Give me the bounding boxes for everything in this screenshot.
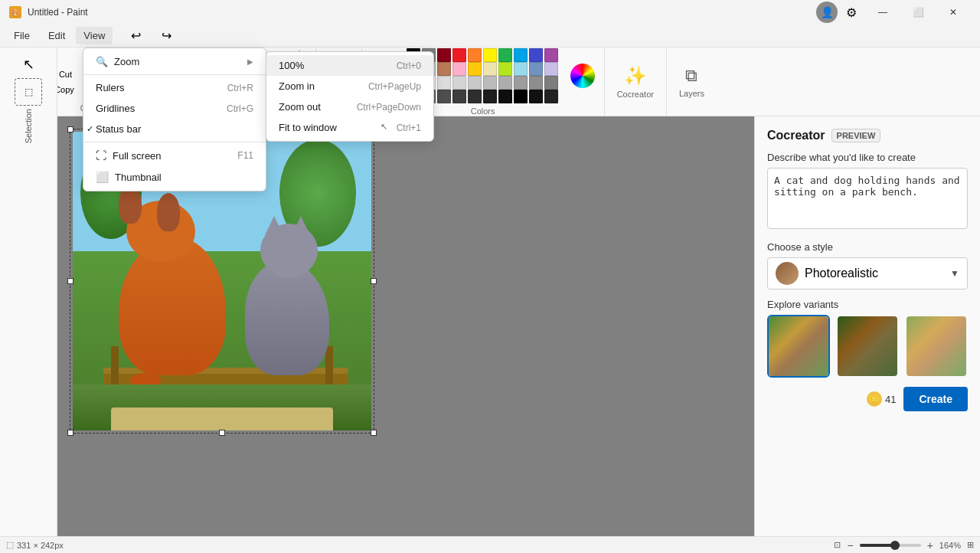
color-black2[interactable] [514, 90, 528, 103]
color-dg4[interactable] [452, 90, 466, 103]
arrow-select-tool[interactable]: ↖ [15, 51, 42, 78]
color-indigo[interactable] [529, 48, 543, 62]
variant-1[interactable] [767, 315, 830, 378]
handle-br[interactable] [371, 430, 377, 436]
layers-label: Layers [679, 89, 704, 98]
cocreator-panel: Cocreator PREVIEW Describe what you'd li… [754, 116, 980, 536]
menu-view[interactable]: View [76, 27, 113, 44]
variant-2[interactable] [836, 315, 899, 378]
rect-select-tool[interactable]: ⬚ [15, 78, 42, 106]
left-tools-panel: ↖ ⬚ Selection [0, 47, 57, 536]
preview-badge: PREVIEW [831, 129, 881, 142]
fit-screen-icon[interactable]: ⊡ [834, 540, 841, 550]
style-selector[interactable]: Photorealistic ▼ [767, 257, 968, 290]
zoom-100-item[interactable]: 100% Ctrl+0 [266, 55, 433, 76]
undo-button[interactable]: ↩ [122, 22, 149, 50]
color-wheel-icon [570, 64, 595, 88]
color-cream[interactable] [483, 62, 497, 76]
zoom-menu-icon: 🔍 [96, 56, 108, 67]
color-brown[interactable] [437, 62, 451, 76]
color-lime[interactable] [498, 62, 512, 76]
color-b2[interactable] [544, 90, 558, 103]
cocreator-toolbar-section[interactable]: ✨ Cocreator [605, 47, 667, 116]
gridlines-label: Gridlines [96, 103, 135, 114]
color-dg6[interactable] [483, 90, 497, 103]
zoom-100-shortcut: Ctrl+0 [397, 61, 421, 71]
color-g9[interactable] [544, 76, 558, 90]
full-screen-item[interactable]: ⛶ Full screen F11 [83, 145, 266, 166]
variants-grid [767, 315, 968, 378]
explore-variants-label: Explore variants [767, 299, 968, 310]
handle-bl[interactable] [67, 430, 74, 436]
statusbar-right: ⊡ − + 164% ⊞ [834, 539, 974, 551]
color-g4[interactable] [468, 76, 482, 90]
close-button[interactable]: ✕ [936, 0, 971, 25]
color-g5[interactable] [483, 76, 497, 90]
color-g8[interactable] [529, 76, 543, 90]
color-dg7[interactable] [498, 90, 512, 103]
color-g6[interactable] [498, 76, 512, 90]
color-steelblue[interactable] [529, 62, 543, 76]
menu-file[interactable]: File [6, 27, 38, 44]
color-b1[interactable] [529, 90, 543, 103]
color-green[interactable] [498, 48, 512, 62]
zoom-submenu-arrow: ▶ [247, 57, 253, 66]
zoom-out-label: Zoom out [279, 101, 321, 113]
color-blue[interactable] [514, 48, 528, 62]
menu-edit[interactable]: Edit [41, 27, 73, 44]
thumbnail-icon: ⬜ [96, 171, 109, 183]
color-purple[interactable] [544, 48, 558, 62]
colors-label: Colors [471, 106, 495, 116]
color-dg5[interactable] [468, 90, 482, 103]
view-zoom-item[interactable]: 🔍 Zoom ▶ 100% Ctrl+0 Zoom in Ctrl+PageUp… [83, 51, 266, 72]
handle-mr[interactable] [371, 278, 377, 284]
style-icon [776, 262, 799, 285]
fullscreen-icon: ⛶ [96, 149, 106, 162]
profile-icon[interactable]: 👤 [816, 2, 838, 23]
color-lavender[interactable] [544, 62, 558, 76]
status-bar-item[interactable]: Status bar [83, 119, 266, 139]
full-screen-shortcut: F11 [237, 150, 253, 161]
divider-2 [83, 142, 266, 142]
rulers-label: Rulers [96, 82, 125, 93]
zoom-out-icon[interactable]: − [847, 539, 853, 551]
variant-3[interactable] [905, 315, 968, 378]
thumbnail-item[interactable]: ⬜ Thumbnail [83, 166, 266, 188]
color-red[interactable] [452, 48, 466, 62]
color-orange[interactable] [468, 48, 482, 62]
handle-bm[interactable] [219, 430, 225, 436]
credit-icon: 🪙 [867, 391, 882, 407]
canvas-dimensions: 331 × 242px [17, 541, 64, 550]
gridlines-item[interactable]: Gridlines Ctrl+G [83, 98, 266, 119]
zoom-out-item[interactable]: Zoom out Ctrl+PageDown [266, 97, 433, 117]
zoom-expand-icon[interactable]: ⊞ [967, 540, 974, 550]
color-pink[interactable] [452, 62, 466, 76]
layers-toolbar-section[interactable]: ⧉ Layers [667, 47, 717, 116]
fit-window-item[interactable]: Fit to window Ctrl+1 ↖ [266, 117, 433, 138]
zoom-in-icon[interactable]: + [927, 539, 933, 551]
prompt-textarea[interactable]: A cat and dog holding hands and sitting … [767, 168, 968, 229]
redo-button[interactable]: ↪ [152, 22, 180, 50]
zoom-slider-handle[interactable] [890, 541, 900, 550]
create-button[interactable]: Create [903, 387, 968, 411]
choose-style-label: Choose a style [767, 241, 968, 253]
color-lightblue[interactable] [514, 62, 528, 76]
zoom-in-item[interactable]: Zoom in Ctrl+PageUp [266, 76, 433, 97]
cursor-indicator: ↖ [381, 122, 387, 132]
color-g2[interactable] [437, 76, 451, 90]
selection-label: Selection [24, 109, 33, 143]
color-g3[interactable] [452, 76, 466, 90]
settings-icon[interactable]: ⚙ [841, 2, 862, 23]
color-g7[interactable] [514, 76, 528, 90]
edit-colors-button[interactable] [567, 61, 598, 91]
zoom-slider-container[interactable] [860, 541, 921, 550]
color-darkred[interactable] [437, 48, 451, 62]
rulers-item[interactable]: Rulers Ctrl+R [83, 77, 266, 98]
menubar: File Edit View ↩ ↪ [0, 25, 980, 47]
statusbar-left: ⬚ 331 × 242px [6, 540, 64, 550]
maximize-button[interactable]: ⬜ [900, 0, 936, 25]
color-gold[interactable] [468, 62, 482, 76]
color-yellow[interactable] [483, 48, 497, 62]
color-dg3[interactable] [437, 90, 451, 103]
minimize-button[interactable]: — [865, 0, 900, 25]
